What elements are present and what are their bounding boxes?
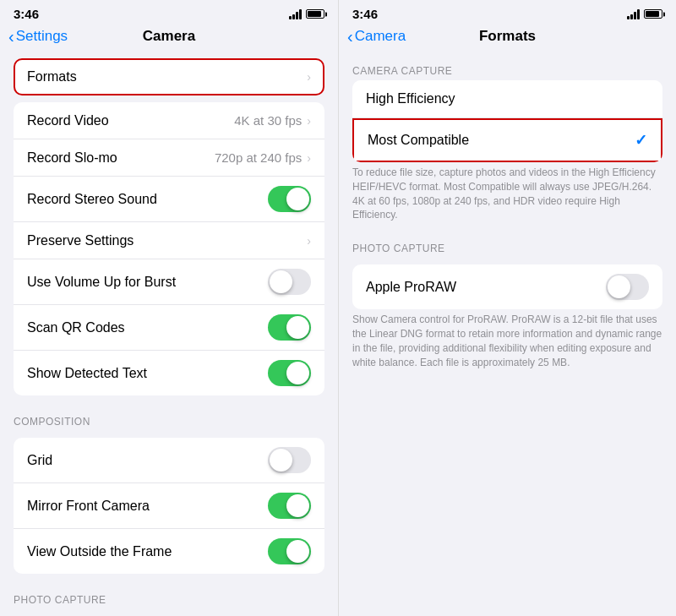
record-video-chevron-icon: › xyxy=(307,114,311,128)
use-volume-up-toggle[interactable] xyxy=(268,269,311,295)
formats-row[interactable]: Formats › xyxy=(14,58,324,95)
record-stereo-sound-row[interactable]: Record Stereo Sound xyxy=(14,177,324,222)
mirror-front-camera-row[interactable]: Mirror Front Camera xyxy=(14,483,324,529)
most-compatible-label: Most Compatible xyxy=(368,133,469,148)
record-slo-mo-value: 720p at 240 fps xyxy=(215,150,302,165)
battery-icon-right xyxy=(644,9,662,19)
record-slo-mo-row[interactable]: Record Slo-mo 720p at 240 fps › xyxy=(14,139,324,177)
apple-proraw-row[interactable]: Apple ProRAW xyxy=(352,264,662,309)
formats-right: › xyxy=(307,70,311,84)
record-slo-mo-label: Record Slo-mo xyxy=(27,150,117,166)
capture-options-group: High Efficiency Most Compatible ✓ xyxy=(352,80,662,162)
back-chevron-left: ‹ xyxy=(8,28,14,45)
view-outside-frame-label: View Outside the Frame xyxy=(27,544,172,559)
use-volume-up-row[interactable]: Use Volume Up for Burst xyxy=(14,259,324,305)
preserve-settings-label: Preserve Settings xyxy=(27,233,134,248)
back-button-left[interactable]: ‹ Settings xyxy=(8,28,68,45)
use-volume-up-label: Use Volume Up for Burst xyxy=(27,275,176,290)
show-detected-text-label: Show Detected Text xyxy=(27,366,147,381)
status-bar-right: 3:46 xyxy=(339,0,676,25)
grid-row[interactable]: Grid xyxy=(14,438,324,483)
mirror-front-camera-toggle[interactable] xyxy=(268,493,311,519)
preserve-settings-right: › xyxy=(307,234,311,248)
camera-capture-section-header: CAMERA CAPTURE xyxy=(339,52,676,80)
photo-capture-footer-right: Show Camera control for ProRAW. ProRAW i… xyxy=(339,309,676,376)
record-slo-mo-chevron-icon: › xyxy=(307,151,311,165)
composition-section-header: COMPOSITION xyxy=(0,402,338,431)
most-compatible-option[interactable]: Most Compatible ✓ xyxy=(352,118,662,162)
view-outside-frame-toggle[interactable] xyxy=(268,538,311,564)
composition-group: Grid Mirror Front Camera View Outside th… xyxy=(14,438,324,574)
main-settings-group: Record Video 4K at 30 fps › Record Slo-m… xyxy=(14,102,324,395)
back-button-right[interactable]: ‹ Camera xyxy=(347,28,406,45)
high-efficiency-option[interactable]: High Efficiency xyxy=(352,80,662,118)
record-stereo-sound-toggle[interactable] xyxy=(268,186,311,212)
scan-qr-codes-label: Scan QR Codes xyxy=(27,320,125,335)
record-video-value: 4K at 30 fps xyxy=(234,113,302,128)
checkmark-icon: ✓ xyxy=(635,131,647,150)
record-video-label: Record Video xyxy=(27,113,109,128)
formats-group: Formats › xyxy=(14,58,324,95)
left-panel: 3:46 ‹ Settings Camera Formats xyxy=(0,0,338,616)
left-content: Formats › Record Video 4K at 30 fps › Re… xyxy=(0,52,338,616)
camera-capture-footer: To reduce file size, capture photos and … xyxy=(339,162,676,229)
scan-qr-codes-row[interactable]: Scan QR Codes xyxy=(14,305,324,351)
time-left: 3:46 xyxy=(14,7,39,21)
right-panel: 3:46 ‹ Camera Formats CAMERA CAPTURE xyxy=(338,0,676,616)
status-icons-right xyxy=(627,9,662,19)
scan-qr-codes-toggle[interactable] xyxy=(268,314,311,341)
photo-capture-section-header-left: PHOTO CAPTURE xyxy=(0,581,338,609)
page-title-left: Camera xyxy=(143,28,195,45)
status-icons-left xyxy=(289,9,324,19)
battery-icon xyxy=(306,9,324,19)
photo-capture-group-right: Apple ProRAW xyxy=(352,264,662,309)
apple-proraw-label: Apple ProRAW xyxy=(366,280,456,295)
record-video-right: 4K at 30 fps › xyxy=(234,113,311,128)
record-stereo-sound-label: Record Stereo Sound xyxy=(27,192,157,207)
show-detected-text-toggle[interactable] xyxy=(268,360,311,386)
mirror-front-camera-label: Mirror Front Camera xyxy=(27,499,150,514)
preserve-settings-chevron-icon: › xyxy=(307,234,311,248)
formats-label: Formats xyxy=(27,69,77,84)
nav-bar-right: ‹ Camera Formats xyxy=(339,25,676,52)
record-video-row[interactable]: Record Video 4K at 30 fps › xyxy=(14,102,324,139)
nav-bar-left: ‹ Settings Camera xyxy=(0,25,338,52)
formats-chevron-icon: › xyxy=(307,70,311,84)
record-slo-mo-right: 720p at 240 fps › xyxy=(215,150,311,165)
back-label-right: Camera xyxy=(355,28,406,45)
right-content: CAMERA CAPTURE High Efficiency Most Comp… xyxy=(339,52,676,616)
signal-icon xyxy=(289,9,302,19)
photo-capture-section-header-right: PHOTO CAPTURE xyxy=(339,229,676,258)
time-right: 3:46 xyxy=(352,7,378,21)
back-label-left: Settings xyxy=(16,28,68,45)
page-title-right: Formats xyxy=(479,28,536,45)
apple-proraw-toggle[interactable] xyxy=(606,274,649,300)
signal-icon-right xyxy=(627,9,640,19)
status-bar-left: 3:46 xyxy=(0,0,338,25)
grid-label: Grid xyxy=(27,453,52,468)
view-outside-frame-row[interactable]: View Outside the Frame xyxy=(14,529,324,574)
preserve-settings-row[interactable]: Preserve Settings › xyxy=(14,222,324,259)
back-chevron-right: ‹ xyxy=(347,28,353,45)
high-efficiency-label: High Efficiency xyxy=(366,91,455,106)
grid-toggle[interactable] xyxy=(268,447,311,473)
show-detected-text-row[interactable]: Show Detected Text xyxy=(14,351,324,395)
